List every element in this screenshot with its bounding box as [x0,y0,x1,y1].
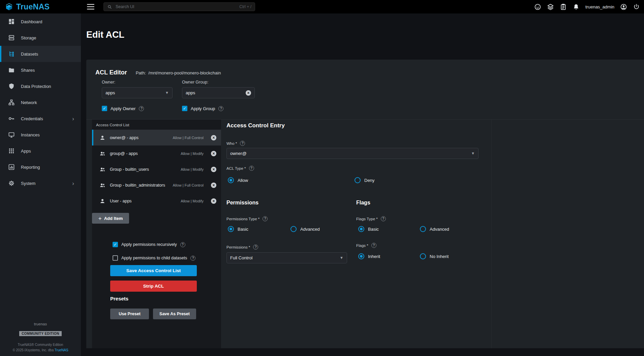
apply-owner-checkbox[interactable]: ✓ [102,106,107,111]
person-icon [99,198,105,204]
chevron-right-icon: › [72,181,74,186]
chevron-right-icon: › [72,116,74,122]
sidebar-item-data-protection[interactable]: Data Protection [0,78,81,94]
gear-icon [8,180,15,187]
acl-list-title: Access Control List [96,123,129,127]
permissions-select[interactable]: Full Control ▼ [226,252,347,263]
path-value: /mnt/monero-pool/monero-blockchain [148,70,221,75]
chevron-down-icon: ▼ [471,152,475,155]
help-icon[interactable]: ? [253,245,258,250]
sidebar-item-label: Reporting [21,165,40,170]
notifications-bell-icon[interactable] [573,3,580,10]
access-control-list-panel: Access Control List owner@ - apps Allow … [92,120,221,348]
acl-entry-row[interactable]: Group - builtin_users Allow | Modify × [92,161,221,177]
power-icon[interactable] [633,3,640,10]
acl-entry-permission: Allow | Full Control [173,136,204,140]
acl-entry-row[interactable]: Group - builtin_administrators Allow | F… [92,177,221,193]
search-input[interactable] [115,4,237,9]
presets-heading: Presets [110,296,128,301]
truenas-logo[interactable]: TrueNAS [5,0,50,13]
edition-line: TrueNAS® Community Edition [0,342,81,348]
sidebar-item-label: Storage [21,35,36,40]
logged-in-username[interactable]: truenas_admin [585,4,614,9]
who-select-value: owner@ [230,151,471,156]
sidebar-item-credentials[interactable]: Credentials › [0,110,81,127]
acl-entry-row[interactable]: group@ - apps Allow | Modify × [92,145,221,161]
bar-chart-icon [8,164,15,170]
apply-child-datasets-checkbox-row[interactable]: Apply permissions to child datasets ? [113,255,195,261]
jobs-layers-icon[interactable] [547,3,554,10]
flags-no-inherit-radio[interactable]: No Inherit [420,253,449,259]
feedback-icon[interactable] [534,3,541,10]
who-select[interactable]: owner@ ▼ [226,148,479,159]
acl-entry-row[interactable]: User - apps Allow | Modify × [92,193,221,209]
permissions-type-advanced-radio[interactable]: Advanced [290,226,320,232]
sidebar-item-shares[interactable]: Shares [0,62,81,78]
who-field-label: Who * ? [226,141,245,146]
help-icon[interactable]: ? [249,166,254,171]
acl-entry-row[interactable]: owner@ - apps Allow | Full Control × [92,130,221,145]
plus-icon: + [98,216,102,221]
owner-group-input[interactable]: apps × [182,87,255,98]
remove-entry-icon[interactable]: × [211,135,216,140]
apply-recursively-checkbox-row[interactable]: ✓ Apply permissions recursively ? [113,242,185,247]
strip-acl-button[interactable]: Strip ACL [110,281,197,292]
add-item-button[interactable]: + Add Item [92,213,129,224]
acl-type-allow-radio[interactable]: Allow [228,177,248,183]
help-icon[interactable]: ? [190,256,195,261]
truenas-link[interactable]: TrueNAS [55,348,68,352]
help-icon[interactable]: ? [218,106,223,111]
sidebar-item-system[interactable]: System › [0,175,81,191]
use-preset-button[interactable]: Use Preset [110,309,149,319]
flags-inherit-radio[interactable]: Inherit [358,253,380,259]
acl-entry-who: group@ - apps [110,151,176,156]
sidebar-item-datasets[interactable]: Datasets [0,46,81,62]
instances-monitor-icon [8,131,15,138]
help-icon[interactable]: ? [371,243,376,248]
chevron-down-icon: ▼ [165,91,169,95]
sidebar-item-apps[interactable]: Apps [0,143,81,159]
help-icon[interactable]: ? [180,242,185,247]
sidenav-toggle-button[interactable] [87,3,94,10]
radio-icon [290,226,297,232]
owner-select-value: apps [105,90,165,95]
flags-field-label: Flags * ? [356,243,376,248]
remove-entry-icon[interactable]: × [211,151,216,156]
remove-entry-icon[interactable]: × [211,198,216,204]
flags-type-basic-radio[interactable]: Basic [358,226,379,232]
edition-badge: COMMUNITY EDITION [19,331,62,336]
acl-type-deny-radio[interactable]: Deny [355,177,374,183]
acl-entry-permission: Allow | Modify [181,167,204,171]
radio-icon [420,253,426,259]
remove-entry-icon[interactable]: × [211,183,216,188]
sidebar-item-network[interactable]: Network [0,94,81,110]
help-icon[interactable]: ? [240,141,245,146]
apply-child-datasets-checkbox[interactable] [113,255,118,261]
apply-group-checkbox[interactable]: ✓ [182,106,187,111]
global-search[interactable]: Ctrl + / [103,2,255,11]
owner-group-value: apps [186,90,246,95]
save-access-control-list-button[interactable]: Save Access Control List [110,265,197,276]
acl-entry-list: owner@ - apps Allow | Full Control × gro… [92,130,221,209]
flags-section-heading: Flags [356,200,370,206]
sidebar-item-dashboard[interactable]: Dashboard [0,13,81,30]
user-account-icon[interactable] [620,3,627,10]
sidebar-item-reporting[interactable]: Reporting [0,159,81,175]
sidebar-item-instances[interactable]: Instances [0,127,81,143]
save-as-preset-button[interactable]: Save As Preset [153,309,196,319]
checklist-clipboard-icon[interactable] [560,3,567,10]
sidebar-item-storage[interactable]: Storage [0,30,81,46]
help-icon[interactable]: ? [139,106,144,111]
flags-type-advanced-radio[interactable]: Advanced [420,226,449,232]
sidebar-item-label: Shares [21,68,35,73]
apply-owner-checkbox-row[interactable]: ✓ Apply Owner ? [102,106,144,111]
remove-entry-icon[interactable]: × [211,167,216,172]
acl-entry-permission: Allow | Modify [181,152,204,156]
help-icon[interactable]: ? [263,216,268,221]
clear-icon[interactable]: × [246,90,251,96]
permissions-type-basic-radio[interactable]: Basic [228,226,248,232]
apply-recursively-checkbox[interactable]: ✓ [113,242,118,247]
owner-select[interactable]: apps ▼ [102,87,173,98]
help-icon[interactable]: ? [381,216,386,221]
apply-group-checkbox-row[interactable]: ✓ Apply Group ? [182,106,223,111]
